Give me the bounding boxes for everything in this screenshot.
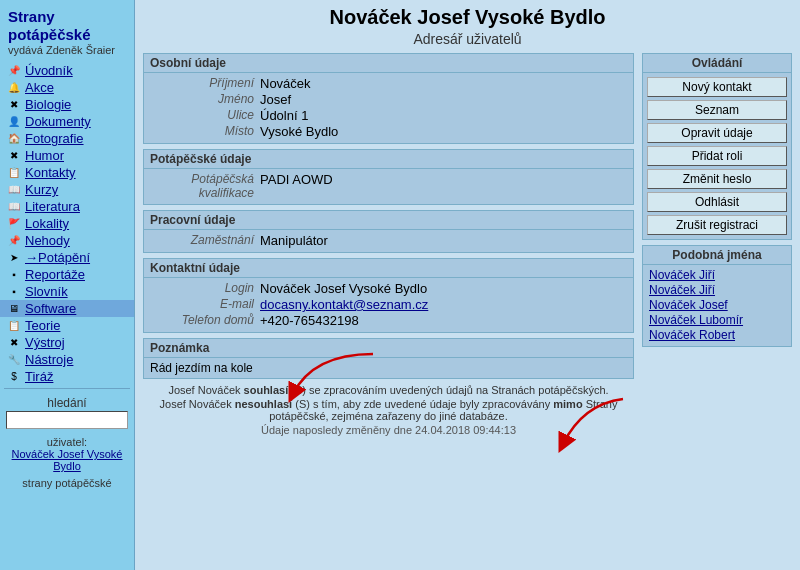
sidebar-label-vystroj[interactable]: Výstroj: [25, 335, 65, 350]
reportaze-icon: ▪: [6, 268, 22, 282]
sidebar-item-software[interactable]: 🖥Software: [0, 300, 134, 317]
sidebar-label-nehody[interactable]: Nehody: [25, 233, 70, 248]
field-label: Potápěčská kvalifikace: [150, 172, 260, 200]
search-section: hledání: [0, 392, 134, 433]
sidebar-item-slovnik[interactable]: ▪Slovník: [0, 283, 134, 300]
ctrl-btn-odhlsit[interactable]: Odhlásit: [647, 192, 787, 212]
ctrl-btn-seznam[interactable]: Seznam: [647, 100, 787, 120]
user-section: uživatel: Nováček Josef Vysoké Bydlo: [0, 433, 134, 475]
sidebar-label-reportaze[interactable]: Reportáže: [25, 267, 85, 282]
sidebar-label-tiraz[interactable]: Tiráž: [25, 369, 53, 384]
field-value: docasny.kontakt@seznam.cz: [260, 297, 428, 312]
sidebar: Strany potápěčské vydává Zdeněk Šraier 📌…: [0, 0, 135, 570]
field-label: Příjmení: [150, 76, 260, 91]
nehody-icon: 📌: [6, 234, 22, 248]
sidebar-label-kurzy[interactable]: Kurzy: [25, 182, 58, 197]
main-content: Nováček Josef Vysoké Bydlo Adresář uživa…: [135, 0, 800, 570]
user-label: uživatel:: [47, 436, 87, 448]
sidebar-label-dokumenty[interactable]: Dokumenty: [25, 114, 91, 129]
sidebar-label-akce[interactable]: Akce: [25, 80, 54, 95]
fotografie-icon: 🏠: [6, 132, 22, 146]
sidebar-item-dokumenty[interactable]: 👤Dokumenty: [0, 113, 134, 130]
humor-icon: ✖: [6, 149, 22, 163]
sidebar-item-literatura[interactable]: 📖Literatura: [0, 198, 134, 215]
sidebar-label-uvodnik[interactable]: Úvodník: [25, 63, 73, 78]
sidebar-item-fotografie[interactable]: 🏠Fotografie: [0, 130, 134, 147]
sidebar-header: Strany potápěčské vydává Zdeněk Šraier: [0, 4, 134, 58]
similar-name-link[interactable]: Nováček Lubomír: [649, 313, 785, 327]
field-row: Telefon domů+420-765432198: [150, 313, 627, 328]
sidebar-label-fotografie[interactable]: Fotografie: [25, 131, 84, 146]
search-input[interactable]: [6, 411, 128, 429]
sidebar-label-nastroje[interactable]: Nástroje: [25, 352, 73, 367]
sidebar-item-kontakty[interactable]: 📋Kontakty: [0, 164, 134, 181]
sidebar-item-lokality[interactable]: 🚩Lokality: [0, 215, 134, 232]
sidebar-item-humor[interactable]: ✖Humor: [0, 147, 134, 164]
field-value: +420-765432198: [260, 313, 359, 328]
field-value: Údolní 1: [260, 108, 308, 123]
sidebar-item-potapeni[interactable]: ➤→Potápění: [0, 249, 134, 266]
consent-nesouhlasi: nesouhlasí: [235, 398, 292, 410]
kontaktni-body: LoginNováček Josef Vysoké BydloE-maildoc…: [144, 278, 633, 332]
kurzy-icon: 📖: [6, 183, 22, 197]
sidebar-title: Strany potápěčské: [8, 8, 126, 44]
sidebar-item-nehody[interactable]: 📌Nehody: [0, 232, 134, 249]
sidebar-item-vystroj[interactable]: ✖Výstroj: [0, 334, 134, 351]
sidebar-label-humor[interactable]: Humor: [25, 148, 64, 163]
sidebar-item-reportaze[interactable]: ▪Reportáže: [0, 266, 134, 283]
sidebar-item-akce[interactable]: 🔔Akce: [0, 79, 134, 96]
biologie-icon: ✖: [6, 98, 22, 112]
sidebar-item-biologie[interactable]: ✖Biologie: [0, 96, 134, 113]
sidebar-label-literatura[interactable]: Literatura: [25, 199, 80, 214]
literatura-icon: 📖: [6, 200, 22, 214]
page-main-title: Nováček Josef Vysoké Bydlo: [143, 6, 792, 29]
field-label: Místo: [150, 124, 260, 139]
sidebar-label-potapeni[interactable]: →Potápění: [25, 250, 90, 265]
consent-line-1: Josef Nováček souhlasí (S) se zpracování…: [143, 384, 634, 396]
ctrl-btn-opravit-daje[interactable]: Opravit údaje: [647, 123, 787, 143]
sidebar-item-tiraz[interactable]: $Tiráž: [0, 368, 134, 385]
page-sub-title: Adresář uživatelů: [143, 31, 792, 47]
sidebar-subtitle: vydává Zdeněk Šraier: [8, 44, 126, 56]
ctrl-btn-nov-kontakt[interactable]: Nový kontakt: [647, 77, 787, 97]
kontaktni-title: Kontaktní údaje: [144, 259, 633, 278]
sidebar-item-uvodnik[interactable]: 📌Úvodník: [0, 62, 134, 79]
sidebar-divider: [4, 388, 130, 389]
similar-name-link[interactable]: Nováček Robert: [649, 328, 785, 342]
kontaktni-section: Kontaktní údaje LoginNováček Josef Vysok…: [143, 258, 634, 333]
ctrl-btn-pidat-roli[interactable]: Přidat roli: [647, 146, 787, 166]
field-label: Login: [150, 281, 260, 296]
sidebar-item-kurzy[interactable]: 📖Kurzy: [0, 181, 134, 198]
controls-body: Nový kontaktSeznamOpravit údajePřidat ro…: [643, 73, 791, 239]
field-value: Vysoké Bydlo: [260, 124, 338, 139]
similar-name-link[interactable]: Nováček Jiří: [649, 283, 785, 297]
sidebar-item-nastroje[interactable]: 🔧Nástroje: [0, 351, 134, 368]
sidebar-label-software[interactable]: Software: [25, 301, 76, 316]
pracovni-title: Pracovní údaje: [144, 211, 633, 230]
strany-label: strany potápěčské: [22, 477, 111, 489]
potapecske-title: Potápěčské údaje: [144, 150, 633, 169]
sidebar-label-teorie[interactable]: Teorie: [25, 318, 60, 333]
page-header: Nováček Josef Vysoké Bydlo Adresář uživa…: [143, 0, 792, 49]
kontakty-icon: 📋: [6, 166, 22, 180]
sidebar-item-teorie[interactable]: 📋Teorie: [0, 317, 134, 334]
similar-name-link[interactable]: Nováček Josef: [649, 298, 785, 312]
vystroj-icon: ✖: [6, 336, 22, 350]
user-link[interactable]: Nováček Josef Vysoké Bydlo: [12, 448, 123, 472]
sidebar-label-biologie[interactable]: Biologie: [25, 97, 71, 112]
similar-section: Podobná jména Nováček JiříNováček JiříNo…: [642, 245, 792, 347]
ctrl-btn-zmnit-heslo[interactable]: Změnit heslo: [647, 169, 787, 189]
teorie-icon: 📋: [6, 319, 22, 333]
sidebar-label-kontakty[interactable]: Kontakty: [25, 165, 76, 180]
sidebar-label-lokality[interactable]: Lokality: [25, 216, 69, 231]
dokumenty-icon: 👤: [6, 115, 22, 129]
email-link[interactable]: docasny.kontakt@seznam.cz: [260, 297, 428, 312]
footer-area: Josef Nováček souhlasí (S) se zpracování…: [143, 384, 634, 436]
controls-title: Ovládání: [643, 54, 791, 73]
left-column: Osobní údaje PříjmeníNováčekJménoJosefUl…: [143, 53, 634, 436]
ctrl-btn-zruit-registraci[interactable]: Zrušit registraci: [647, 215, 787, 235]
sidebar-label-slovnik[interactable]: Slovník: [25, 284, 68, 299]
field-value: Nováček: [260, 76, 311, 91]
lokality-icon: 🚩: [6, 217, 22, 231]
similar-name-link[interactable]: Nováček Jiří: [649, 268, 785, 282]
